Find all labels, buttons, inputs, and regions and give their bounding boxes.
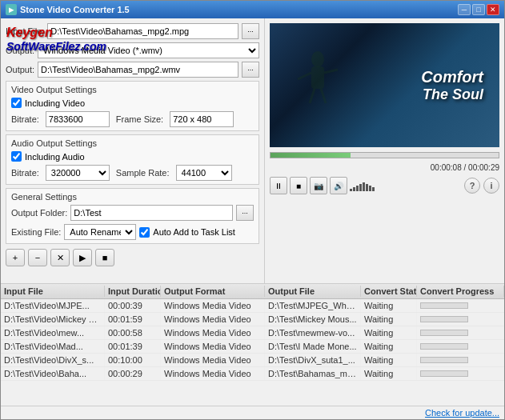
td-output-file: D:\Test\mewmew-vo... xyxy=(265,326,361,339)
include-audio-checkbox[interactable] xyxy=(11,151,22,162)
table-row[interactable]: D:\Test\Video\DivX_s... 00:10:00 Windows… xyxy=(1,354,504,367)
update-link[interactable]: Check for update... xyxy=(425,408,499,418)
close-button[interactable]: ✕ xyxy=(487,4,499,15)
main-content: Input File: ··· Output: Windows Media Vi… xyxy=(1,18,504,283)
existing-file-select[interactable]: Auto Rename xyxy=(64,224,136,240)
title-bar-left: ▶ Stone Video Converter 1.5 xyxy=(6,4,130,15)
general-settings-title: General Settings xyxy=(11,192,254,202)
svg-rect-1 xyxy=(311,66,324,89)
video-settings-section: Video Output Settings Including Video Bi… xyxy=(6,81,259,131)
td-duration: 00:01:39 xyxy=(105,340,161,353)
td-format: Windows Media Video xyxy=(161,367,265,380)
td-output-file: D:\Test\Mickey Mous... xyxy=(265,313,361,326)
output-format-row: Output: Windows Media Video (*.wmv) xyxy=(6,42,259,58)
td-format: Windows Media Video xyxy=(161,299,265,312)
video-framesize-input[interactable] xyxy=(170,111,234,127)
td-status: Waiting xyxy=(361,326,417,339)
minimize-button[interactable]: ─ xyxy=(458,4,471,15)
td-duration: 00:00:39 xyxy=(105,299,161,312)
video-progress-bar[interactable] xyxy=(270,152,499,158)
th-input-file: Input File xyxy=(1,286,105,297)
td-input-file: D:\Test\Video\Mad... xyxy=(1,340,105,353)
play-button[interactable]: ▶ xyxy=(73,249,92,266)
help-question-button[interactable]: ? xyxy=(464,178,480,194)
td-input-file: D:\Test\Video\Baha... xyxy=(1,367,105,380)
help-info-button[interactable]: i xyxy=(483,178,499,194)
table-row[interactable]: D:\Test\Video\Baha... 00:00:29 Windows M… xyxy=(1,367,504,381)
auto-add-checkbox[interactable] xyxy=(139,227,150,238)
mini-progress-bar xyxy=(420,316,468,322)
table-row[interactable]: D:\Test\Video\Mad... 00:01:39 Windows Me… xyxy=(1,340,504,354)
td-progress xyxy=(417,354,504,366)
pause-button[interactable]: ⏸ xyxy=(270,177,287,194)
video-scene: Comfort The Soul xyxy=(270,23,499,147)
td-progress xyxy=(417,367,504,380)
existing-file-row: Existing File: Auto Rename Auto Add to T… xyxy=(11,224,254,240)
video-progress-fill xyxy=(271,153,351,158)
include-video-row: Including Video xyxy=(11,98,254,108)
th-output-format: Output Format xyxy=(161,286,265,297)
video-bitrate-label: Bitrate: xyxy=(11,114,39,124)
remove-button[interactable]: − xyxy=(28,249,47,266)
app-icon: ▶ xyxy=(6,4,17,15)
audio-settings-title: Audio Output Settings xyxy=(11,138,254,148)
th-output-file: Output File xyxy=(265,286,361,297)
add-button[interactable]: + xyxy=(6,249,25,266)
volume-indicator xyxy=(350,180,375,191)
table-body: D:\Test\Video\MJPE... 00:00:39 Windows M… xyxy=(1,299,504,406)
mini-progress-bar xyxy=(420,330,468,336)
output-folder-label: Output Folder: xyxy=(11,208,67,218)
general-settings-section: General Settings Output Folder: ··· Exis… xyxy=(6,188,259,244)
bottom-panel: Input File Input Duration Output Format … xyxy=(1,283,504,419)
td-output-file: D:\Test\DivX_suta1_... xyxy=(265,354,361,366)
audio-bitrate-label: Bitrate: xyxy=(11,168,39,178)
td-progress xyxy=(417,313,504,326)
clear-button[interactable]: ✕ xyxy=(50,249,70,266)
td-duration: 00:10:00 xyxy=(105,354,161,366)
snapshot-button[interactable]: 📷 xyxy=(310,177,327,194)
toolbar-row: + − ✕ ▶ ■ xyxy=(6,249,259,266)
existing-file-label: Existing File: xyxy=(11,227,61,237)
td-progress xyxy=(417,326,504,339)
audio-bitrate-select[interactable]: 320000 xyxy=(46,165,110,181)
left-panel: Input File: ··· Output: Windows Media Vi… xyxy=(1,18,265,283)
video-bitrate-input[interactable] xyxy=(46,111,110,127)
output-file-input[interactable] xyxy=(38,62,238,78)
table-row[interactable]: D:\Test\Video\mew... 00:00:58 Windows Me… xyxy=(1,326,504,340)
td-format: Windows Media Video xyxy=(161,326,265,339)
output-folder-row: Output Folder: ··· xyxy=(11,205,254,221)
maximize-button[interactable]: □ xyxy=(472,4,485,15)
table-row[interactable]: D:\Test\Video\Mickey Mou... 00:01:59 Win… xyxy=(1,313,504,326)
svg-line-4 xyxy=(310,89,315,103)
td-progress xyxy=(417,340,504,353)
media-stop-button[interactable]: ■ xyxy=(290,177,307,194)
video-bitrate-row: Bitrate: Frame Size: xyxy=(11,111,254,127)
th-convert-status: Convert Status xyxy=(361,286,417,297)
main-window: ▶ Stone Video Converter 1.5 ─ □ ✕ Input … xyxy=(0,0,505,420)
td-status: Waiting xyxy=(361,299,417,312)
td-format: Windows Media Video xyxy=(161,354,265,366)
audio-samplerate-label: Sample Rate: xyxy=(116,168,170,178)
svg-line-3 xyxy=(324,70,338,73)
stop-button[interactable]: ■ xyxy=(95,249,114,266)
input-file-browse-button[interactable]: ··· xyxy=(242,23,259,39)
audio-samplerate-select[interactable]: 44100 xyxy=(176,165,232,181)
audio-settings-section: Audio Output Settings Including Audio Bi… xyxy=(6,134,259,185)
include-video-checkbox[interactable] xyxy=(11,98,22,108)
output-file-row: Output: ··· xyxy=(6,62,259,78)
svg-line-5 xyxy=(321,89,326,103)
td-input-file: D:\Test\Video\DivX_s... xyxy=(1,354,105,366)
volume-button[interactable]: 🔊 xyxy=(330,177,347,194)
td-status: Waiting xyxy=(361,340,417,353)
td-status: Waiting xyxy=(361,367,417,380)
output-folder-input[interactable] xyxy=(70,205,233,221)
time-display: 00:00:08 / 00:00:29 xyxy=(270,163,499,172)
table-row[interactable]: D:\Test\Video\MJPE... 00:00:39 Windows M… xyxy=(1,299,504,313)
video-text-line1: Comfort xyxy=(421,68,483,86)
auto-add-label: Auto Add to Task List xyxy=(153,227,235,237)
input-file-input[interactable] xyxy=(47,23,238,39)
svg-line-2 xyxy=(298,73,311,79)
output-folder-browse-button[interactable]: ··· xyxy=(236,205,254,221)
output-format-select[interactable]: Windows Media Video (*.wmv) xyxy=(38,42,259,58)
output-file-browse-button[interactable]: ··· xyxy=(242,62,259,78)
